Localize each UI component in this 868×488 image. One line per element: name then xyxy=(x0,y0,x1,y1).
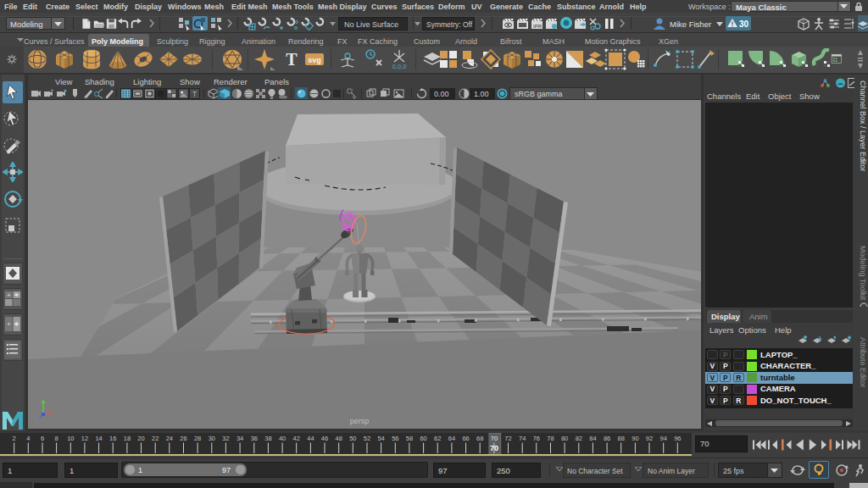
svg-text:0,0,0: 0,0,0 xyxy=(392,63,407,70)
svg-text:64: 64 xyxy=(448,435,455,442)
svg-text:T: T xyxy=(192,90,197,98)
svg-text:4: 4 xyxy=(26,435,30,442)
svg-text:92: 92 xyxy=(646,435,653,442)
svg-text:82: 82 xyxy=(576,435,582,442)
svg-text:76: 76 xyxy=(533,435,540,442)
svg-text:50: 50 xyxy=(349,435,356,442)
svg-text:12: 12 xyxy=(81,435,88,442)
svg-text:44: 44 xyxy=(307,435,314,442)
svg-text:42: 42 xyxy=(293,435,300,442)
svg-text:30: 30 xyxy=(209,435,215,442)
svg-text:90: 90 xyxy=(632,435,638,442)
svg-text:52: 52 xyxy=(364,435,370,442)
svg-text:8: 8 xyxy=(55,435,58,442)
svg-text:28: 28 xyxy=(194,435,201,442)
svg-text:86: 86 xyxy=(604,435,610,442)
svg-text:40: 40 xyxy=(279,435,286,442)
svg-text:56: 56 xyxy=(392,435,398,442)
svg-text:74: 74 xyxy=(519,435,526,442)
svg-text:68: 68 xyxy=(476,435,483,442)
svg-text:94: 94 xyxy=(660,435,667,442)
svg-text:IPR: IPR xyxy=(533,24,542,29)
svg-text:96: 96 xyxy=(674,435,681,442)
svg-text:70: 70 xyxy=(490,444,498,452)
svg-text:+: + xyxy=(7,320,11,328)
svg-text:54: 54 xyxy=(377,435,384,442)
svg-text:62: 62 xyxy=(434,435,441,442)
svg-text:72: 72 xyxy=(504,435,511,442)
svg-text:svg: svg xyxy=(308,56,321,64)
svg-text:18: 18 xyxy=(124,435,131,442)
svg-text:70: 70 xyxy=(491,435,498,442)
svg-text:20: 20 xyxy=(137,435,144,442)
svg-text:1: 1 xyxy=(802,19,805,25)
svg-text:34: 34 xyxy=(236,435,243,442)
svg-text:84: 84 xyxy=(589,435,596,442)
svg-text:+: + xyxy=(7,291,11,299)
svg-text:6: 6 xyxy=(41,435,44,442)
svg-text:14: 14 xyxy=(95,435,102,442)
svg-text:24: 24 xyxy=(166,435,173,442)
svg-text:2: 2 xyxy=(13,435,16,442)
svg-text:persp: persp xyxy=(350,417,370,425)
svg-text:60: 60 xyxy=(420,435,426,442)
svg-text:T: T xyxy=(286,50,298,69)
svg-text:22: 22 xyxy=(152,435,159,442)
svg-text:32: 32 xyxy=(222,435,229,442)
svg-text:16: 16 xyxy=(109,435,116,442)
svg-text:80: 80 xyxy=(561,435,568,442)
svg-text:58: 58 xyxy=(406,435,413,442)
svg-text:10: 10 xyxy=(67,435,74,442)
svg-text:38: 38 xyxy=(264,435,271,442)
svg-text:26: 26 xyxy=(180,435,186,442)
svg-text:88: 88 xyxy=(618,435,625,442)
svg-text:66: 66 xyxy=(462,435,469,442)
svg-text:36: 36 xyxy=(251,435,258,442)
svg-text:48: 48 xyxy=(336,435,342,442)
svg-text:46: 46 xyxy=(321,435,328,442)
svg-text:78: 78 xyxy=(547,435,554,442)
